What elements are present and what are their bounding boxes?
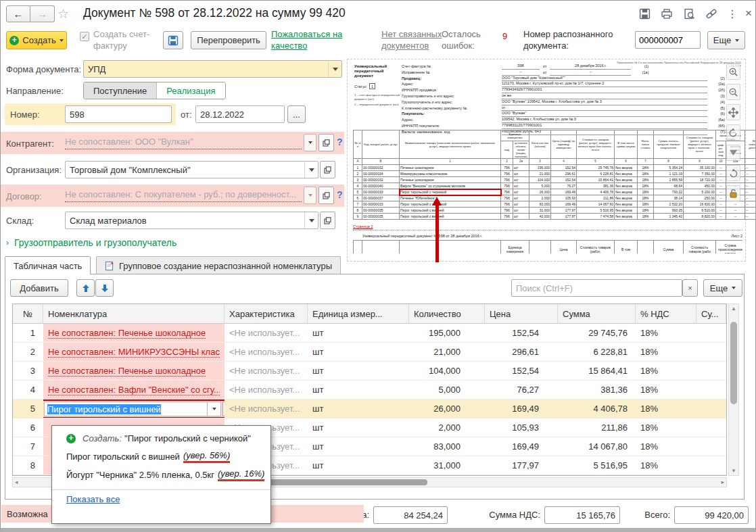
recheck-button[interactable]: Перепроверить <box>191 31 266 49</box>
cell-num[interactable]: 8 <box>13 456 43 475</box>
cell-unit[interactable]: шт <box>308 456 409 475</box>
rotate-left-icon[interactable] <box>726 124 740 141</box>
cell-characteristic[interactable]: <Не использует... <box>225 343 308 361</box>
save-record-button[interactable] <box>163 31 183 49</box>
open-button[interactable] <box>222 402 225 416</box>
cell-vat[interactable]: 18% <box>636 343 696 361</box>
move-up-button[interactable] <box>76 279 95 297</box>
scan-page2-link[interactable]: Страница 2 <box>353 224 742 231</box>
cell-nomenclature[interactable]: Не сопоставлен: Печенье шоколадное <box>43 362 225 380</box>
cell-unit[interactable]: шт <box>308 418 409 437</box>
doc-form-combo[interactable]: УПД <box>83 60 342 78</box>
counterparty-dropdown-arrow[interactable] <box>304 134 316 151</box>
more-dots-icon[interactable]: ⋮ <box>724 6 740 21</box>
counterparty-help[interactable]: ? <box>337 137 343 147</box>
cell-price[interactable]: 152,54 <box>485 362 558 380</box>
table-row-3[interactable]: 3Не сопоставлен: Печенье шоколадное<Не и… <box>13 362 726 381</box>
cell-price[interactable]: 296,61 <box>485 343 558 361</box>
cell-sum2[interactable] <box>696 418 726 437</box>
column-header-num[interactable]: № <box>13 304 43 323</box>
tab-group-create[interactable]: * Групповое создание нераспознанной номе… <box>96 256 341 274</box>
search-input[interactable] <box>511 279 682 297</box>
date-input[interactable]: 28.12.2022 <box>195 105 285 123</box>
cell-nomenclature[interactable]: Пирог тирольский с вишней <box>43 400 225 418</box>
contract-help[interactable]: ? <box>337 189 343 200</box>
table-row-2[interactable]: 2Не сопоставлен: МИНИКРУЗССЭНЫ клас...<Н… <box>13 343 726 362</box>
cell-price[interactable]: 169,49 <box>485 437 558 456</box>
cell-sum[interactable]: 381,36 <box>558 381 636 399</box>
cell-sum2[interactable] <box>696 400 726 418</box>
contract-open-button[interactable] <box>318 187 334 204</box>
column-header-sum2[interactable]: Су... <box>696 304 726 323</box>
cell-sum[interactable]: 6 228,81 <box>558 343 636 361</box>
counterparty-open-button[interactable] <box>318 134 334 151</box>
cell-price[interactable]: 76,27 <box>485 381 558 399</box>
cell-num[interactable]: 5 <box>13 400 43 418</box>
table-row-1[interactable]: 1Не сопоставлен: Печенье шоколадное<Не и… <box>13 324 726 343</box>
add-row-button[interactable]: Добавить <box>10 279 68 297</box>
direction-option-receipt[interactable]: Поступление <box>84 82 156 99</box>
cell-vat[interactable]: 18% <box>636 437 696 456</box>
date-picker-button[interactable]: ... <box>287 105 306 123</box>
close-icon[interactable]: × <box>740 6 756 21</box>
cell-characteristic[interactable]: <Не использует... <box>225 400 308 418</box>
column-header-qty[interactable]: Количество <box>409 304 485 323</box>
cell-qty[interactable]: 26,000 <box>409 400 485 418</box>
cell-num[interactable]: 6 <box>13 418 43 437</box>
vertical-scrollbar-thumb[interactable] <box>730 322 737 404</box>
cell-nomenclature[interactable]: Не сопоставлен: Вафли "Венские" со сгу..… <box>43 381 225 399</box>
suggestion-item-1[interactable]: Пирог тирольский с вишней (увер. 56%) <box>52 448 270 466</box>
scanned-document-preview[interactable]: Универсальный передаточный документ Стат… <box>347 59 746 262</box>
contract-input[interactable]: Не сопоставлен: С покупателем - руб.; по… <box>65 187 302 202</box>
save-icon[interactable] <box>636 6 653 21</box>
cell-sum2[interactable] <box>696 362 726 380</box>
cell-vat[interactable]: 18% <box>636 381 696 399</box>
nomenclature-edit-field[interactable]: Пирог тирольский с вишней <box>44 402 208 416</box>
lock-icon[interactable] <box>726 185 740 201</box>
cell-unit[interactable]: шт <box>308 324 409 342</box>
cell-num[interactable]: 3 <box>13 362 43 380</box>
chevron-down-icon[interactable] <box>304 212 318 228</box>
cell-price[interactable]: 105,93 <box>485 418 558 437</box>
chevron-down-icon[interactable] <box>328 61 341 77</box>
move-down-button[interactable] <box>95 279 114 297</box>
cell-vat[interactable]: 18% <box>636 324 696 342</box>
cell-sum2[interactable] <box>696 381 726 399</box>
more-button-top[interactable]: Еще <box>707 31 745 49</box>
cell-sum[interactable]: 14 067,80 <box>558 437 636 456</box>
recognized-number-input[interactable] <box>635 31 701 49</box>
create-button[interactable]: + Создать <box>6 31 67 49</box>
cell-qty[interactable]: 2,000 <box>409 418 485 437</box>
cell-qty[interactable]: 5,000 <box>409 381 485 399</box>
zoom-in-icon[interactable] <box>726 64 740 80</box>
column-header-unit[interactable]: Единица измер... <box>308 304 409 323</box>
suggestion-item-2[interactable]: Йогурт "Черника" 2.5% пленка, 0.5кг (уве… <box>52 466 270 484</box>
organization-open-button[interactable] <box>320 161 335 178</box>
create-invoice-checkbox[interactable]: ✓ <box>80 32 89 41</box>
warehouse-combo[interactable]: Склад материалов <box>65 212 318 229</box>
cell-sum2[interactable] <box>696 437 726 456</box>
cell-unit[interactable]: шт <box>308 362 409 380</box>
cell-vat[interactable]: 18% <box>636 456 696 475</box>
cell-qty[interactable]: 83,000 <box>409 437 485 456</box>
column-header-characteristic[interactable]: Характеристика <box>225 304 308 323</box>
cell-vat[interactable]: 18% <box>636 362 696 380</box>
organization-combo[interactable]: Торговый дом "Комплексный" <box>65 161 318 178</box>
scroll-down-icon[interactable]: ▼ <box>729 468 738 474</box>
cell-sum[interactable]: 15 864,41 <box>558 362 636 380</box>
cell-nomenclature[interactable]: Не сопоставлен: Печенье шоколадное <box>43 324 225 342</box>
pan-icon[interactable] <box>726 104 740 120</box>
create-suggestion-item[interactable]: + Создать: "Пирог тирольский с черникой" <box>52 429 270 448</box>
link-icon[interactable] <box>703 6 719 21</box>
cell-vat[interactable]: 18% <box>636 400 696 418</box>
cell-qty[interactable]: 195,000 <box>409 324 485 342</box>
cell-sum2[interactable] <box>696 456 726 475</box>
consignor-section-link[interactable]: › Грузоотправитель и грузополучатель <box>6 237 176 248</box>
column-header-vat[interactable]: % НДС <box>636 304 696 323</box>
column-header-sum[interactable]: Сумма <box>558 304 636 323</box>
scroll-up-icon[interactable]: ▲ <box>729 306 738 312</box>
cell-characteristic[interactable]: <Не использует... <box>225 324 308 342</box>
cell-num[interactable]: 7 <box>13 437 43 456</box>
cell-unit[interactable]: шт <box>308 400 409 418</box>
column-header-nomenclature[interactable]: Номенклатура <box>43 304 225 323</box>
